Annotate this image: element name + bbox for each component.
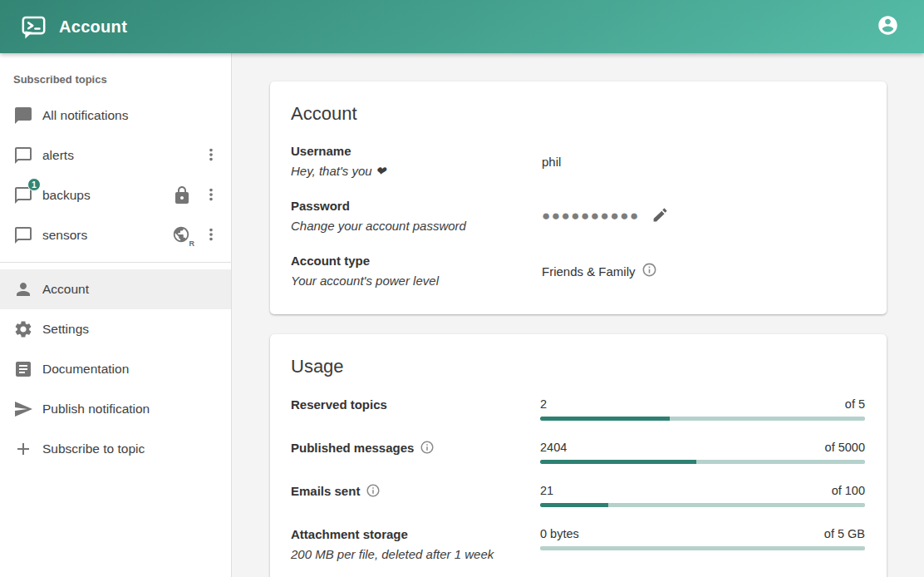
emails-sent-label: Emails sent bbox=[291, 484, 360, 498]
account-type-info-button[interactable] bbox=[641, 262, 657, 280]
reserved-topics-label: Reserved topics bbox=[291, 397, 387, 412]
username-label: Username bbox=[291, 143, 542, 160]
account-card: Account Username Hey, that's you ❤ phil … bbox=[270, 81, 887, 314]
info-icon bbox=[641, 262, 657, 280]
chat-bubble-outline-icon bbox=[13, 145, 33, 165]
published-messages-label: Published messages bbox=[291, 441, 414, 455]
attachment-storage-row: Attachment storage 200 MB per file, dele… bbox=[291, 526, 865, 563]
sidebar-item-alerts[interactable]: alerts bbox=[0, 136, 231, 175]
account-menu-button[interactable] bbox=[869, 8, 906, 45]
meter-limit: of 100 bbox=[832, 483, 865, 499]
globe-reserved-icon: R bbox=[172, 225, 192, 245]
info-icon bbox=[366, 483, 381, 501]
sidebar-item-label: backups bbox=[42, 188, 172, 203]
more-vert-icon bbox=[202, 185, 220, 206]
published-messages-info-button[interactable] bbox=[420, 440, 435, 457]
app-bar: Account bbox=[0, 0, 924, 53]
meter-current: 21 bbox=[540, 483, 553, 499]
account-circle-icon bbox=[877, 14, 899, 39]
username-row: Username Hey, that's you ❤ phil bbox=[291, 143, 865, 180]
sidebar-item-label: All notifications bbox=[42, 108, 224, 123]
more-vert-icon bbox=[202, 225, 220, 246]
published-messages-meter: 2404 of 5000 bbox=[540, 440, 865, 464]
password-subtitle: Change your account password bbox=[291, 218, 542, 234]
account-type-row: Account type Your account's power level … bbox=[291, 253, 865, 289]
person-icon bbox=[13, 279, 33, 299]
sidebar-item-documentation[interactable]: Documentation bbox=[0, 349, 231, 389]
topic-menu-button[interactable] bbox=[198, 142, 224, 169]
meter-current: 2 bbox=[540, 397, 547, 412]
sidebar-divider bbox=[0, 262, 231, 263]
change-password-button[interactable] bbox=[648, 204, 673, 229]
sidebar-item-publish-notification[interactable]: Publish notification bbox=[0, 389, 231, 429]
attachment-storage-subtitle: 200 MB per file, deleted after 1 week bbox=[291, 546, 540, 563]
sidebar-item-all-notifications[interactable]: All notifications bbox=[0, 96, 231, 136]
topic-menu-button[interactable] bbox=[198, 222, 224, 249]
info-icon bbox=[420, 440, 435, 457]
lock-icon bbox=[172, 185, 192, 205]
reserved-letter: R bbox=[189, 240, 195, 248]
account-card-title: Account bbox=[291, 103, 865, 125]
sidebar-item-label: alerts bbox=[42, 148, 198, 163]
emails-sent-meter: 21 of 100 bbox=[540, 483, 865, 507]
attachment-storage-label: Attachment storage bbox=[291, 526, 540, 543]
sidebar-item-account[interactable]: Account bbox=[0, 269, 231, 309]
sidebar-item-settings[interactable]: Settings bbox=[0, 309, 231, 349]
sidebar-item-backups[interactable]: 1 backups bbox=[0, 175, 231, 215]
plus-icon bbox=[13, 439, 33, 459]
meter-current: 2404 bbox=[540, 440, 567, 456]
sidebar-item-label: Publish notification bbox=[42, 402, 224, 417]
usage-card-title: Usage bbox=[291, 356, 865, 377]
gear-icon bbox=[13, 319, 33, 339]
account-type-value: Friends & Family bbox=[542, 264, 636, 279]
sidebar-item-label: Documentation bbox=[42, 362, 224, 377]
unread-count-badge: 1 bbox=[27, 178, 41, 191]
usage-card: Usage Reserved topics 2 of 5 Published m… bbox=[270, 334, 887, 577]
topic-menu-button[interactable] bbox=[198, 182, 224, 209]
meter-limit: of 5000 bbox=[825, 440, 865, 456]
sidebar: Subscribed topics All notifications aler… bbox=[0, 53, 232, 577]
meter-limit: of 5 bbox=[845, 397, 865, 412]
attachment-storage-meter: 0 bytes of 5 GB bbox=[540, 526, 865, 550]
published-messages-row: Published messages 2404 of 5000 bbox=[291, 440, 865, 464]
meter-limit: of 5 GB bbox=[824, 526, 865, 542]
sidebar-item-label: Account bbox=[42, 282, 224, 297]
progress-bar bbox=[540, 503, 865, 507]
pencil-icon bbox=[651, 206, 669, 226]
subscribed-topics-caption: Subscribed topics bbox=[0, 65, 231, 96]
article-icon bbox=[13, 359, 33, 379]
reserved-topics-meter: 2 of 5 bbox=[540, 397, 865, 421]
page-title: Account bbox=[59, 17, 869, 37]
chat-bubble-filled-icon bbox=[13, 106, 33, 126]
sidebar-item-subscribe-to-topic[interactable]: Subscribe to topic bbox=[0, 429, 231, 469]
ntfy-logo-icon bbox=[20, 13, 47, 41]
sidebar-item-label: sensors bbox=[42, 228, 172, 243]
password-label: Password bbox=[291, 198, 542, 215]
emails-sent-row: Emails sent 21 of 100 bbox=[291, 483, 865, 507]
username-subtitle: Hey, that's you ❤ bbox=[291, 163, 542, 180]
main-content: Account Username Hey, that's you ❤ phil … bbox=[232, 53, 924, 577]
username-value: phil bbox=[542, 155, 865, 169]
send-icon bbox=[13, 399, 33, 419]
progress-bar bbox=[540, 546, 865, 550]
more-vert-icon bbox=[202, 145, 220, 166]
progress-bar bbox=[540, 417, 865, 421]
sidebar-item-label: Subscribe to topic bbox=[42, 441, 224, 456]
progress-bar bbox=[540, 460, 865, 464]
meter-current: 0 bytes bbox=[540, 526, 579, 542]
chat-bubble-outline-icon bbox=[13, 225, 33, 245]
sidebar-item-sensors[interactable]: sensors R bbox=[0, 215, 231, 255]
account-type-subtitle: Your account's power level bbox=[291, 273, 542, 289]
reserved-topics-row: Reserved topics 2 of 5 bbox=[291, 397, 865, 421]
chat-bubble-outline-icon: 1 bbox=[13, 185, 33, 205]
account-type-label: Account type bbox=[291, 253, 542, 269]
password-row: Password Change your account password ●●… bbox=[291, 198, 865, 234]
sidebar-item-label: Settings bbox=[42, 322, 224, 337]
password-masked-value: ●●●●●●●●●● bbox=[542, 209, 640, 224]
emails-sent-info-button[interactable] bbox=[366, 483, 381, 501]
